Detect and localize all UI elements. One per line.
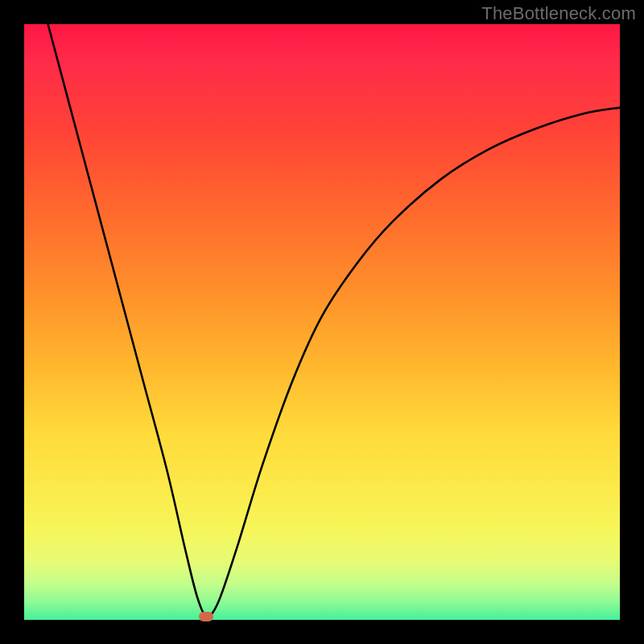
chart-frame: TheBottleneck.com <box>0 0 644 644</box>
minimum-marker <box>199 612 213 621</box>
watermark-text: TheBottleneck.com <box>481 3 636 24</box>
plot-area <box>24 24 620 620</box>
bottleneck-curve <box>24 24 620 620</box>
